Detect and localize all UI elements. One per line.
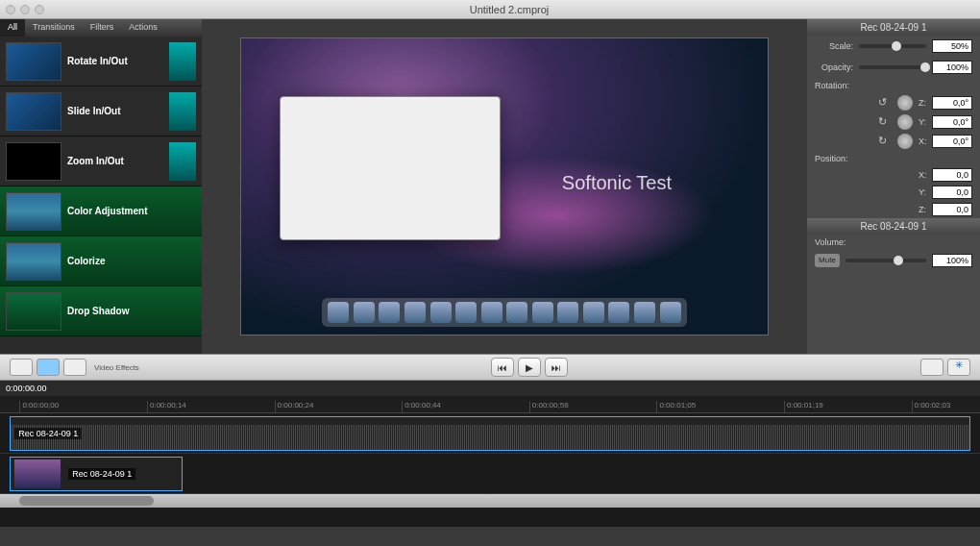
- ruler-tick: 0:00:00;44: [402, 401, 441, 412]
- mid-label: Video Effects: [94, 363, 139, 372]
- ruler-tick: 0:00:00;58: [529, 401, 569, 412]
- audio-track[interactable]: Rec 08-24-09 1: [0, 413, 980, 454]
- effects-list: Rotate In/Out Slide In/Out Zoom In/Out C…: [0, 37, 202, 354]
- canvas-area: Softonic Test: [202, 19, 807, 354]
- opacity-value[interactable]: 100%: [932, 61, 972, 74]
- canvas-preview[interactable]: Softonic Test: [240, 37, 769, 335]
- video-track[interactable]: Rec 08-24-09 1: [0, 454, 980, 494]
- effect-rotate[interactable]: Rotate In/Out: [0, 37, 202, 87]
- effect-colorize[interactable]: Colorize: [0, 236, 202, 286]
- rotate-cw2-icon[interactable]: ↻: [878, 135, 892, 148]
- rotate-ccw-icon[interactable]: ↺: [878, 96, 892, 110]
- transport-toolbar: Video Effects ⏮ ▶ ⏭ ✳: [0, 354, 980, 381]
- rotation-x-value[interactable]: 0,0°: [932, 135, 972, 148]
- playhead-time: 0:00:00.00: [6, 384, 47, 393]
- rotate-cw-icon[interactable]: ↻: [878, 115, 892, 129]
- effects-panel: All Transitions Filters Actions Rotate I…: [0, 19, 202, 354]
- tab-transitions[interactable]: Transitions: [25, 19, 83, 37]
- tool-audio-icon[interactable]: [63, 359, 86, 376]
- crop-button[interactable]: [920, 359, 943, 376]
- position-section: Position:: [807, 151, 980, 166]
- tool-transitions-icon[interactable]: [10, 359, 33, 376]
- ruler-tick: 0:00:00;24: [275, 401, 314, 412]
- clip-label: Rec 08-24-09 1: [68, 468, 135, 480]
- rotation-y-dial[interactable]: [897, 114, 913, 130]
- effects-tabs: All Transitions Filters Actions: [0, 19, 202, 37]
- timeline-ruler[interactable]: 0:00:00;00 0:00:00;14 0:00:00;24 0:00:00…: [0, 396, 980, 413]
- scale-label: Scale:: [815, 41, 853, 51]
- gear-icon[interactable]: ✳: [947, 359, 970, 376]
- scale-value[interactable]: 50%: [932, 39, 972, 53]
- prev-button[interactable]: ⏮: [491, 358, 514, 377]
- tab-actions[interactable]: Actions: [121, 19, 165, 37]
- opacity-slider[interactable]: [859, 65, 926, 69]
- finder-window-mock: [280, 96, 501, 240]
- close-icon[interactable]: [6, 5, 15, 14]
- rotation-section: Rotation:: [807, 78, 980, 93]
- ruler-tick: 0:00:01;19: [784, 401, 823, 412]
- zoom-icon[interactable]: [35, 5, 44, 14]
- position-z-value[interactable]: 0,0: [932, 203, 972, 216]
- video-clip[interactable]: Rec 08-24-09 1: [10, 457, 183, 491]
- scale-slider[interactable]: [859, 44, 926, 48]
- tab-all[interactable]: All: [0, 19, 25, 37]
- mute-button[interactable]: Mute: [815, 254, 840, 267]
- ruler-tick: 0:00:00;00: [19, 401, 59, 412]
- volume-label: Volume:: [807, 235, 980, 250]
- timeline-header: 0:00:00.00: [0, 381, 980, 396]
- dock-mock: [322, 298, 687, 327]
- effect-zoom[interactable]: Zoom In/Out: [0, 136, 202, 186]
- position-y-value[interactable]: 0,0: [932, 186, 972, 199]
- clip-label: Rec 08-24-09 1: [14, 428, 82, 439]
- effect-color-adjustment[interactable]: Color Adjustment: [0, 186, 202, 236]
- rotation-x-dial[interactable]: [897, 134, 913, 149]
- scrollbar-thumb[interactable]: [19, 496, 154, 506]
- window-titlebar: Untitled 2.cmproj: [0, 0, 980, 19]
- audio-clip[interactable]: Rec 08-24-09 1: [10, 416, 970, 451]
- clip-thumbnail: [14, 459, 61, 488]
- tool-video-effects-icon[interactable]: [37, 359, 60, 376]
- timeline: 0:00:00.00 0:00:00;00 0:00:00;14 0:00:00…: [0, 381, 980, 527]
- next-button[interactable]: ⏭: [545, 358, 568, 377]
- timeline-scrollbar[interactable]: [0, 494, 980, 508]
- waveform-icon: [11, 425, 969, 450]
- opacity-label: Opacity:: [815, 62, 853, 72]
- ruler-tick: 0:00:01;05: [656, 401, 696, 412]
- volume-value[interactable]: 100%: [932, 254, 972, 267]
- watermark-text: Softonic Test: [562, 172, 672, 194]
- rotation-z-dial[interactable]: [897, 95, 913, 111]
- effect-slide[interactable]: Slide In/Out: [0, 87, 202, 136]
- volume-slider[interactable]: [845, 259, 926, 262]
- traffic-lights: [6, 5, 44, 14]
- audio-panel-title: Rec 08-24-09 1: [807, 218, 980, 235]
- ruler-tick: 0:00:02;03: [912, 401, 951, 412]
- effect-drop-shadow[interactable]: Drop Shadow: [0, 286, 202, 336]
- inspector-panel: Rec 08-24-09 1 Scale: 50% Opacity: 100% …: [807, 19, 980, 354]
- rotation-z-value[interactable]: 0,0°: [932, 96, 972, 110]
- play-button[interactable]: ▶: [518, 358, 541, 377]
- window-title: Untitled 2.cmproj: [44, 4, 974, 15]
- inspector-title: Rec 08-24-09 1: [807, 19, 980, 36]
- rotation-y-value[interactable]: 0,0°: [932, 115, 972, 129]
- ruler-tick: 0:00:00;14: [147, 401, 186, 412]
- minimize-icon[interactable]: [20, 5, 30, 14]
- tab-filters[interactable]: Filters: [83, 19, 122, 37]
- position-x-value[interactable]: 0,0: [932, 168, 972, 182]
